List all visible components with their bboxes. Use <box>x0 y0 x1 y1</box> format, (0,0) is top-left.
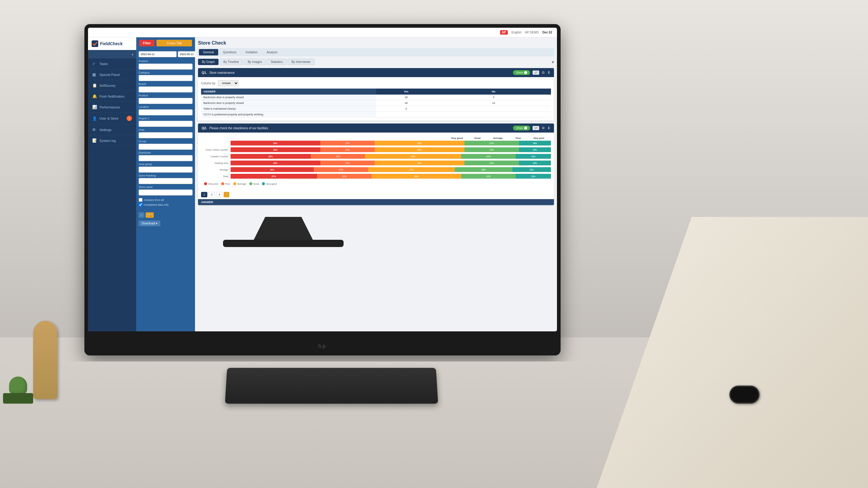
plant-pot-left <box>9 377 27 395</box>
legend-dot-good <box>249 182 252 185</box>
filter-input-group[interactable] <box>138 144 193 150</box>
checkbox-completed-data-only[interactable]: Completed data only <box>138 203 193 207</box>
q1-download-icon[interactable]: ⬇ <box>547 70 550 75</box>
checkbox-answers-from-all-input[interactable] <box>138 198 143 202</box>
cross-tab-button[interactable]: Cross-Tab <box>156 40 192 46</box>
logo-text: FieldCheck <box>100 41 123 46</box>
q1-th-yes-pct <box>436 89 467 95</box>
score-very-good-header: Very good <box>448 137 466 139</box>
filter-field-product2: Product <box>138 94 193 104</box>
filter-input-brand[interactable] <box>138 87 193 93</box>
date-to-input[interactable] <box>178 51 195 57</box>
tab-invitation[interactable]: Invitation <box>241 49 262 56</box>
filter-label-category: Category <box>138 71 193 74</box>
sidebar-item-settings[interactable]: ⚙ Settings <box>88 124 136 135</box>
plant-base-left <box>3 393 33 404</box>
filter-input-distributor[interactable] <box>138 155 193 161</box>
sub-tab-by-interviewer[interactable]: By Interviewer <box>287 59 314 65</box>
sidebar-item-selfsurvey[interactable]: 📋 SelfSurvey <box>88 80 136 91</box>
bar-very-good-storage: 12% <box>513 167 551 172</box>
sub-tab-by-timeline[interactable]: By Timeline <box>219 59 243 65</box>
chart-row-seating: Seating area 28% 17% 28% 17% 10% <box>201 161 551 165</box>
q1-th-no-pct <box>521 89 551 95</box>
question-block-q1: Q1. Store maintenance Show 17 ⚙ ⬇ <box>198 68 554 121</box>
filter-input-area[interactable] <box>138 132 193 138</box>
date-from-input[interactable] <box>138 51 177 57</box>
nav-prev-button[interactable]: ‹ <box>138 213 144 218</box>
search-button[interactable]: 🔍 <box>146 213 154 218</box>
chart-bar-total: 27% 17% 28% 17% 11% <box>230 174 551 178</box>
q2-show-toggle[interactable]: Show <box>513 126 530 130</box>
sub-tab-by-images[interactable]: By Images <box>244 59 266 65</box>
q2-chart: Very good Good Average Poor Very poor 28… <box>198 133 554 190</box>
sidebar-item-special-panel[interactable]: ▦ Special Panel <box>88 69 136 80</box>
filter-input-store-name[interactable] <box>138 190 193 195</box>
filter-button[interactable]: Filter <box>139 40 155 46</box>
filter-input-product[interactable] <box>138 64 193 70</box>
page-btn-next[interactable]: › <box>224 192 229 197</box>
sidebar-label-tasks: Tasks <box>99 62 108 66</box>
filter-input-location[interactable] <box>138 109 193 116</box>
q2-settings-icon[interactable]: ⚙ <box>541 126 545 130</box>
q2-number: Q2. <box>202 126 207 130</box>
sub-tabs-row: By Graph By Timeline By Images Statistic… <box>198 59 554 65</box>
tab-analyze[interactable]: Analyze <box>262 49 282 56</box>
language-selector[interactable]: English <box>512 31 521 34</box>
page-btn-2[interactable]: 2 <box>209 192 215 197</box>
page-btn-3[interactable]: 3 <box>216 192 222 197</box>
page-btn-1[interactable]: 1 <box>201 192 207 197</box>
q1-row1-yes-pct <box>436 100 467 106</box>
filter-input-region2[interactable] <box>138 121 193 127</box>
sidebar-toggle[interactable]: ‹ <box>88 50 136 59</box>
sidebar-item-user-store[interactable]: 👤 User & Store 1 <box>88 113 136 124</box>
bar-poor-storage: 17% <box>314 167 368 172</box>
sidebar-item-push-notification[interactable]: 🔔 Push Notification <box>88 91 136 102</box>
checkbox-answers-from-all[interactable]: Answers from all <box>138 198 193 202</box>
date-range-row <box>138 51 193 57</box>
question-header-q2: Q2. Please check the cleanliness of our … <box>198 124 554 133</box>
q2-count: 17 <box>532 126 539 130</box>
filter-label-product2: Product <box>138 94 193 97</box>
filter-input-category[interactable] <box>138 75 193 81</box>
q1-column-by-select[interactable]: Answer <box>218 80 239 86</box>
bar-good-cashier: 17% <box>461 154 516 159</box>
q1-row3-no <box>467 112 521 118</box>
legend-very-poor: Very poor <box>204 182 218 185</box>
q1-row3-yes-pct <box>436 112 467 118</box>
q1-settings-icon[interactable]: ⚙ <box>541 70 545 75</box>
legend-label-very-good: Very good <box>266 183 277 185</box>
sidebar-item-tasks[interactable]: ✓ Tasks <box>88 59 136 69</box>
monitor-base <box>223 240 344 247</box>
filter-input-area-group[interactable] <box>138 167 193 173</box>
download-button[interactable]: Download ▾ <box>138 221 160 226</box>
q2-download-icon[interactable]: ⬇ <box>547 126 550 130</box>
sidebar-item-performances[interactable]: 📊 Performances <box>88 102 136 113</box>
user-menu[interactable]: AP DEMO <box>525 31 539 34</box>
bar-very-poor-total: 27% <box>230 174 317 178</box>
tab-general[interactable]: General <box>199 49 218 56</box>
legend-dot-very-good <box>262 182 265 185</box>
answer-section-header: ANSWER <box>198 199 554 205</box>
filter-input-store-ranking[interactable] <box>138 178 193 184</box>
q1-show-toggle[interactable]: Show <box>513 70 530 75</box>
q1-th-yes: Yes <box>376 89 436 95</box>
filter-field-product: Product <box>138 60 193 70</box>
main-layout: FieldCheck ‹ ✓ Tasks ▦ Special Panel 📋 S <box>88 37 557 331</box>
q2-pagination: 1 2 3 › <box>198 190 554 199</box>
sub-tabs-chevron[interactable]: ▾ <box>552 60 554 64</box>
sidebar-item-system-log[interactable]: 📝 System log <box>88 135 136 146</box>
q1-row0-yes-pct <box>436 95 467 100</box>
bar-average-food: 28% <box>375 147 464 152</box>
bar-poor-cashier: 17% <box>311 154 365 159</box>
tab-questions[interactable]: Questions <box>219 49 241 56</box>
checkbox-completed-data-only-input[interactable] <box>138 203 143 207</box>
keyboard[interactable] <box>225 368 438 404</box>
sidebar-label-user-store: User & Store <box>99 117 119 120</box>
sub-tab-by-graph[interactable]: By Graph <box>198 59 218 65</box>
filter-input-product2[interactable] <box>138 98 193 104</box>
sub-tab-statistics[interactable]: Statistics <box>267 59 287 65</box>
bar-very-poor-storage: 26% <box>230 167 314 172</box>
sidebar-label-performances: Performances <box>99 105 120 109</box>
filter-field-area-group: Area group <box>138 163 193 173</box>
bar-poor-food: 17% <box>320 147 375 152</box>
